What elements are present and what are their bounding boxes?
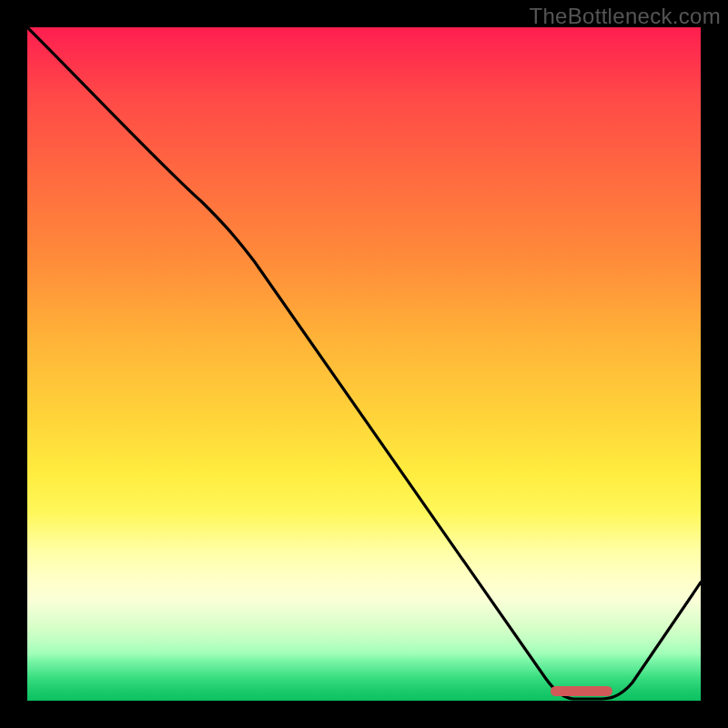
plot-area (27, 27, 701, 701)
watermark-text: TheBottleneck.com (529, 4, 721, 29)
line-chart-svg (27, 27, 701, 701)
bottleneck-curve (27, 27, 701, 699)
chart-container: TheBottleneck.com (0, 0, 728, 728)
optimal-range-marker (551, 686, 612, 696)
